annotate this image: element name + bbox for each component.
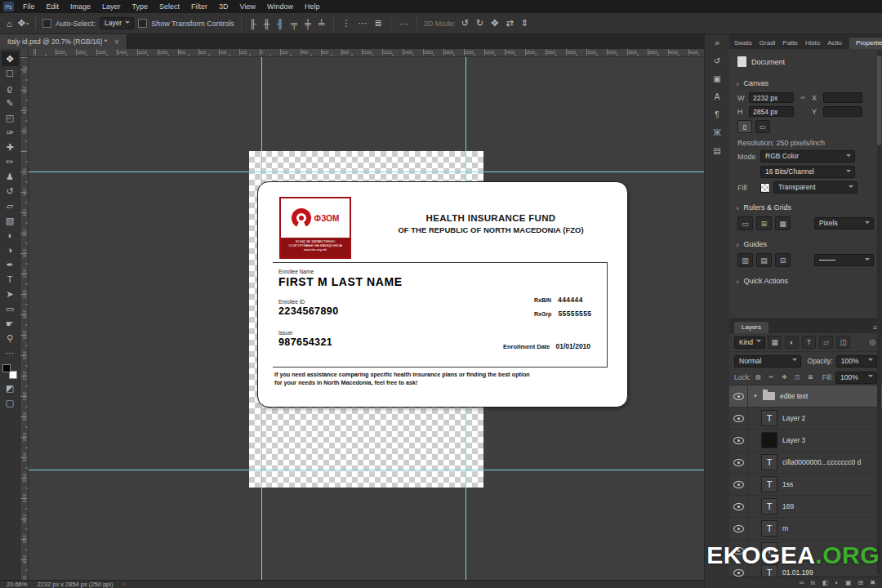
document-tab[interactable]: Italy id.psd @ 20.7% (RGB/16) * × [0, 34, 127, 49]
3d-rotate-icon[interactable]: ↺ [460, 18, 470, 29]
type-tool[interactable]: T [2, 272, 19, 287]
clone-stamp-tool[interactable]: ♟ [2, 169, 19, 184]
lasso-tool[interactable]: ϱ [2, 81, 19, 96]
pen-tool[interactable]: ✒ [2, 257, 19, 272]
panel-scrollbar[interactable] [877, 51, 881, 575]
tab-actio[interactable]: Actio [824, 38, 845, 49]
align-middle-icon[interactable]: ╪ [303, 19, 313, 29]
guide-horizontal-top[interactable] [29, 172, 704, 172]
menu-filter[interactable]: Filter [185, 0, 213, 13]
visibility-toggle[interactable] [729, 430, 748, 451]
canvas-viewport[interactable]: ФЗОМ ФОНД ЗА ЗДРАВСТВЕНО ОСИГУРУВАЊЕ НА … [29, 57, 704, 580]
3d-slide-icon[interactable]: ⇄ [504, 18, 514, 29]
history-panel-icon[interactable]: ↺ [714, 56, 720, 65]
visibility-toggle[interactable] [729, 408, 748, 429]
layer-row-6[interactable]: Tm [729, 518, 882, 540]
layer-row-4[interactable]: T1ss [729, 474, 882, 496]
marquee-tool[interactable]: ☐ [2, 66, 19, 81]
visibility-toggle[interactable] [729, 385, 748, 407]
grid-settings-icon[interactable]: ▦ [775, 216, 791, 230]
brush-tool[interactable]: ✏ [2, 154, 19, 169]
eyedropper-tool[interactable]: ✑ [2, 125, 19, 140]
tab-properties[interactable]: Properties [849, 38, 882, 49]
blur-tool[interactable]: ◗ [2, 228, 19, 243]
blend-mode-dropdown[interactable]: Normal [734, 355, 801, 368]
fill-percentage-dropdown[interactable]: 100% [835, 372, 877, 384]
move-tool[interactable]: ✥ [2, 51, 19, 66]
layer-filter-kind-dropdown[interactable]: Kind [734, 336, 765, 349]
lock-artboard-icon[interactable]: ◫ [792, 372, 802, 382]
filter-pixel-layers-icon[interactable]: ▦ [768, 336, 782, 349]
dodge-tool[interactable]: ◑ [2, 243, 19, 257]
toolbar-options-icon[interactable]: ··· [398, 19, 410, 29]
status-chevron-icon[interactable]: › [122, 581, 125, 588]
distribute-horizontal-icon[interactable]: ⋯ [357, 18, 369, 29]
ruler-toggle-icon[interactable]: ▭ [737, 216, 753, 230]
menu-file[interactable]: File [17, 0, 41, 13]
canvas-width-field[interactable] [749, 92, 794, 103]
character-panel-icon[interactable]: A [715, 92, 720, 101]
clear-guides-icon[interactable]: ⊟ [775, 253, 791, 267]
history-brush-tool[interactable]: ↺ [2, 184, 19, 198]
tab-patte[interactable]: Patte [779, 38, 801, 49]
menu-edit[interactable]: Edit [41, 0, 65, 13]
delete-layer-icon[interactable]: ✖ [870, 580, 875, 586]
align-center-horizontal-icon[interactable]: ╫ [262, 19, 272, 29]
layer-row-1[interactable]: TLayer 2 [729, 408, 882, 430]
libraries-panel-icon[interactable]: ▤ [713, 146, 720, 155]
layer-row-0[interactable]: ▼edite text [729, 385, 882, 408]
quick-actions-section-header[interactable]: ∨ Quick Actions [729, 274, 882, 288]
align-top-icon[interactable]: ╤ [289, 19, 299, 29]
menu-type[interactable]: Type [127, 0, 154, 13]
tab-layers[interactable]: Layers [734, 322, 768, 333]
layer-row-3[interactable]: Tcilla0000000...ccccccc0 d [729, 452, 882, 474]
lock-pixels-icon[interactable]: ✏ [766, 372, 776, 382]
gradient-tool[interactable]: ▧ [2, 213, 19, 228]
layer-row-5[interactable]: T169 [729, 496, 882, 518]
align-right-icon[interactable]: ╢ [275, 19, 285, 29]
healing-brush-tool[interactable]: ✚ [2, 140, 19, 154]
visibility-toggle[interactable] [729, 474, 748, 495]
current-tool-button[interactable]: ✥ ▾ [18, 18, 29, 29]
horizontal-ruler[interactable]: 2000180016001400120010008006004002000200… [29, 49, 704, 57]
paragraph-panel-icon[interactable]: ¶ [715, 110, 719, 119]
menu-layer[interactable]: Layer [96, 0, 127, 13]
tab-histo[interactable]: Histo [802, 38, 823, 49]
guide-layout-icon[interactable]: ▤ [756, 253, 772, 267]
3d-scale-icon[interactable]: ⇕ [519, 18, 530, 29]
new-layer-icon[interactable]: ⊞ [858, 580, 864, 586]
menu-help[interactable]: Help [299, 0, 326, 13]
home-icon[interactable]: ⌂ [5, 19, 14, 29]
show-transform-checkbox[interactable] [138, 19, 147, 28]
chevron-expanded-icon[interactable]: ▼ [753, 394, 758, 399]
canvas-height-field[interactable] [749, 106, 794, 117]
new-guide-icon[interactable]: ▥ [737, 253, 753, 267]
color-swatches[interactable] [2, 364, 17, 379]
lock-position-icon[interactable]: ✥ [779, 372, 789, 382]
menu-view[interactable]: View [234, 0, 261, 13]
lock-transparency-icon[interactable]: ▨ [753, 372, 763, 382]
foreground-color-swatch[interactable] [2, 364, 11, 372]
quick-mask-icon[interactable]: ◩ [2, 381, 19, 395]
bit-depth-dropdown[interactable]: 16 Bits/Channel [760, 166, 855, 178]
glyphs-panel-icon[interactable]: Ж [713, 128, 720, 137]
menu-window[interactable]: Window [261, 0, 299, 13]
new-group-icon[interactable]: ▣ [845, 580, 852, 586]
adjustment-layer-icon[interactable]: ◐ [835, 580, 839, 586]
visibility-toggle[interactable] [729, 496, 748, 517]
tab-gradi[interactable]: Gradi [756, 38, 779, 49]
collapse-panels-icon[interactable]: » [715, 38, 719, 47]
layer-effects-icon[interactable]: fx [810, 580, 815, 586]
zoom-level[interactable]: 20.66% [7, 581, 27, 588]
canvas-x-field[interactable] [823, 92, 862, 103]
vertical-ruler[interactable]: 8006004002000200400600800100012001400160… [20, 57, 29, 580]
filter-shape-layers-icon[interactable]: ▱ [819, 336, 833, 349]
crop-tool[interactable]: ◰ [2, 110, 19, 125]
opacity-dropdown[interactable]: 100% [836, 355, 877, 368]
clone-source-panel-icon[interactable]: ▣ [713, 74, 720, 83]
auto-select-checkbox[interactable] [42, 19, 51, 28]
guide-style-dropdown[interactable] [814, 254, 874, 266]
menu-image[interactable]: Image [65, 0, 96, 13]
visibility-toggle[interactable] [729, 452, 748, 473]
menu-select[interactable]: Select [154, 0, 185, 13]
